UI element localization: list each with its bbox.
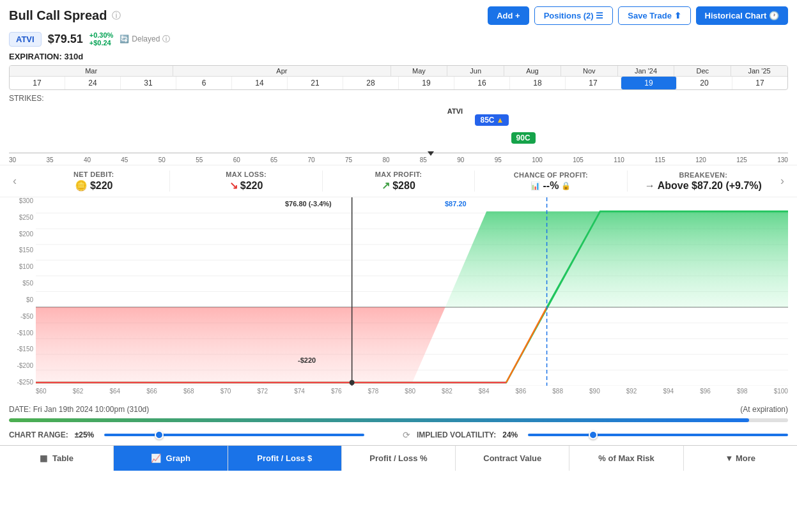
current-price-annotation: $76.80 (-3.4%) [285, 200, 332, 208]
date-19a[interactable]: 19 [399, 77, 454, 89]
save-trade-button[interactable]: Save Trade ⬆ [618, 6, 690, 25]
stat-net-debit: NET DEBIT: 🪙 $220 [20, 171, 167, 192]
ruler-labels: 30 35 40 45 50 55 60 65 70 75 80 85 90 9… [9, 156, 788, 163]
tab-profit-loss-pct[interactable]: Profit / Loss % [342, 446, 456, 471]
month-aug: Aug [504, 66, 561, 76]
month-jun: Jun [447, 66, 504, 76]
date-14[interactable]: 14 [232, 77, 288, 89]
stat-max-profit: MAX PROFIT: ↗ $280 [325, 171, 472, 192]
right-arrow-icon: → [645, 180, 655, 192]
strikes-label: STRIKES: [0, 91, 797, 104]
chart-range-label: CHART RANGE: [9, 430, 68, 439]
date-28[interactable]: 28 [343, 77, 399, 89]
stat-max-loss: MAX LOSS: ↘ $220 [173, 171, 319, 192]
implied-vol-label: IMPLIED VOLATILITY: [417, 430, 496, 439]
ruler-line [9, 153, 788, 153]
date-info-text: DATE: Fri Jan 19th 2024 10:00pm (310d) [9, 405, 149, 414]
progress-bar [9, 418, 788, 422]
date-17c[interactable]: 17 [732, 77, 787, 89]
date-17b[interactable]: 17 [566, 77, 621, 89]
table-icon: ▦ [40, 453, 47, 463]
month-jan24: Jan '24 [618, 66, 675, 76]
max-loss-annotation: -$220 [298, 356, 316, 364]
arrow-up-icon: ↗ [382, 179, 390, 192]
strike-90c-container[interactable]: 90C [511, 132, 536, 144]
tab-profit-loss-dollar[interactable]: Profit / Loss $ [228, 446, 342, 471]
tab-max-risk[interactable]: % of Max Risk [569, 446, 683, 471]
strike-90c-badge[interactable]: 90C [511, 132, 536, 144]
refresh-icon: ⟳ [403, 430, 410, 440]
header-right: Add + Positions (2) ☰ Save Trade ⬆ Histo… [488, 6, 788, 25]
strikes-chart: ATVI 85C ▲ 90C 30 35 40 45 50 55 60 65 7… [0, 104, 797, 165]
date-16[interactable]: 16 [454, 77, 510, 89]
breakeven-annotation: $87.20 [445, 200, 467, 208]
date-17a[interactable]: 17 [10, 77, 65, 89]
month-apr: Apr [173, 66, 391, 76]
current-price-pin [428, 151, 434, 156]
positions-button[interactable]: Positions (2) ☰ [534, 6, 614, 25]
warning-triangle: ▲ [497, 116, 504, 125]
stat-divider-4 [627, 171, 628, 192]
date-info-row: DATE: Fri Jan 19th 2024 10:00pm (310d) (… [0, 402, 797, 417]
date-31[interactable]: 31 [121, 77, 176, 89]
historical-chart-button[interactable]: Historical Chart 🕐 [696, 6, 788, 25]
stat-divider-3 [474, 171, 475, 192]
ticker-row: ATVI $79.51 +0.30% +$0.24 🔄 Delayed ⓘ [0, 29, 797, 50]
chart-range-value: ±25% [75, 430, 95, 439]
implied-vol-slider[interactable] [528, 434, 788, 436]
chart-svg-container: $76.80 (-3.4%) $87.20 -$220 [36, 197, 788, 386]
tab-contract-value[interactable]: Contract Value [456, 446, 569, 471]
tab-more[interactable]: ▼ More [684, 446, 797, 471]
date-20[interactable]: 20 [677, 77, 732, 89]
price: $79.51 [48, 33, 83, 46]
date-24[interactable]: 24 [65, 77, 121, 89]
y-axis-labels: $300 $250 $200 $150 $100 $50 $0 -$50 -$1… [9, 197, 36, 386]
date-6[interactable]: 6 [176, 77, 232, 89]
tab-table[interactable]: ▦ Table [0, 446, 114, 471]
expiration-row: EXPIRATION: 310d [0, 50, 797, 65]
help-icon[interactable]: ⓘ [112, 10, 121, 22]
month-nov: Nov [561, 66, 618, 76]
month-dec: Dec [674, 66, 731, 76]
chart-svg [36, 197, 788, 386]
svg-marker-13 [36, 307, 445, 383]
at-expiration-text: (At expiration) [740, 405, 788, 414]
lock-icon: 🔒 [561, 181, 571, 190]
coin-icon: 🪙 [75, 179, 88, 192]
date-navigator: Mar Apr May Jun Aug Nov Jan '24 Dec Jan … [0, 65, 797, 90]
stat-divider-2 [322, 171, 323, 192]
atvi-position-label: ATVI [447, 107, 463, 115]
header-left: Bull Call Spread ⓘ [9, 8, 121, 23]
profit-loss-chart: $300 $250 $200 $150 $100 $50 $0 -$50 -$1… [9, 197, 788, 402]
stats-nav-right[interactable]: › [777, 174, 788, 188]
svg-point-16 [350, 380, 355, 385]
price-change: +0.30% +$0.24 [89, 31, 114, 47]
month-may: May [391, 66, 448, 76]
arrow-down-icon: ↘ [229, 179, 238, 192]
strike-85c-badge[interactable]: 85C ▲ [475, 114, 509, 126]
graph-icon: 📈 [151, 453, 161, 463]
page-title: Bull Call Spread [9, 8, 107, 23]
chart-range-slider[interactable] [104, 434, 364, 436]
bottom-tabs: ▦ Table 📈 Graph Profit / Loss $ Profit /… [0, 445, 797, 471]
delayed-indicator: 🔄 Delayed ⓘ [120, 34, 170, 45]
svg-marker-14 [445, 211, 788, 307]
ticker-symbol[interactable]: ATVI [9, 32, 42, 47]
stat-chance-of-profit: CHANCE OF PROFIT: 📊 --% 🔒 [477, 171, 624, 192]
stat-divider-1 [169, 171, 170, 192]
stat-breakeven: BREAKEVEN: → Above $87.20 (+9.7%) [630, 171, 777, 192]
date-21[interactable]: 21 [288, 77, 343, 89]
date-19-selected[interactable]: 19 [621, 77, 677, 89]
implied-vol-value: 24% [502, 430, 518, 439]
x-axis-labels: $60 $62 $64 $66 $68 $70 $72 $74 $76 $78 … [36, 388, 788, 402]
tab-graph[interactable]: 📈 Graph [114, 446, 228, 471]
stats-nav-left[interactable]: ‹ [9, 174, 20, 188]
header: Bull Call Spread ⓘ Add + Positions (2) ☰… [0, 0, 797, 29]
add-button[interactable]: Add + [488, 6, 529, 25]
chart-icon: 📊 [530, 181, 540, 190]
date-18[interactable]: 18 [510, 77, 566, 89]
month-mar: Mar [10, 66, 173, 76]
stats-row: ‹ NET DEBIT: 🪙 $220 MAX LOSS: ↘ $220 MAX… [0, 165, 797, 197]
strike-85c-container[interactable]: 85C ▲ [475, 114, 509, 126]
progress-bar-fill [9, 418, 749, 422]
